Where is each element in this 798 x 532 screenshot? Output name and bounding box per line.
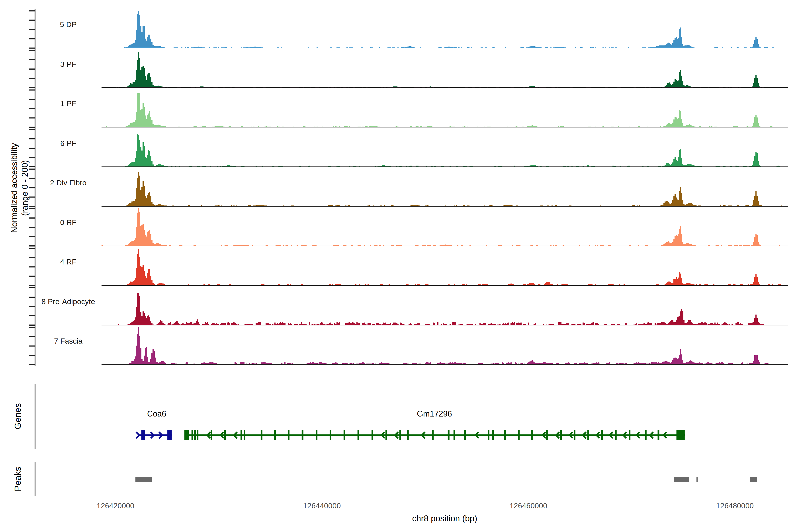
coverage-area-path <box>101 134 788 167</box>
exon-tick <box>492 430 494 440</box>
x-axis-tick-label: 126440000 <box>303 501 341 510</box>
exon-tick <box>244 430 245 440</box>
peak-region-box <box>697 477 698 482</box>
x-axis-tick-label: 126460000 <box>510 501 547 510</box>
track-baseline <box>101 206 788 207</box>
genes-track <box>101 421 788 450</box>
exon-tick <box>504 430 506 440</box>
coverage-figure: Normalized accessibility (range 0 - 200)… <box>0 0 798 532</box>
exon-tick <box>211 430 212 440</box>
coverage-area-path <box>101 249 788 285</box>
exon-tick <box>454 430 455 440</box>
exon-tick <box>385 430 387 440</box>
coverage-area-path <box>101 293 788 325</box>
exon-tick <box>488 430 490 440</box>
track-label: 2 Div Fibro <box>31 178 106 187</box>
coverage-area <box>101 327 788 364</box>
exon-tick <box>288 430 289 440</box>
coverage-area-path <box>101 172 788 206</box>
track-baseline <box>101 364 788 365</box>
gene-Coa6 <box>136 430 172 440</box>
track-label: 4 RF <box>31 258 106 266</box>
gene-name-label: Coa6 <box>147 409 166 418</box>
exon-tick <box>407 430 409 440</box>
coverage-area <box>101 287 788 325</box>
track-baseline <box>101 87 788 88</box>
track-baseline <box>101 246 788 246</box>
exon-tick <box>629 430 630 440</box>
exon-tick <box>274 430 276 440</box>
exon-tick <box>432 430 434 440</box>
gene-name-label: Gm17296 <box>417 409 452 418</box>
coverage-area-path <box>101 327 788 364</box>
exon-tick <box>241 430 242 440</box>
exon-tick <box>531 430 533 440</box>
exon-tick <box>658 430 660 440</box>
coverage-area-path <box>101 93 788 127</box>
exon-tick <box>587 430 589 440</box>
exon-tick <box>302 430 303 440</box>
exon-tick <box>645 430 647 440</box>
track-baseline <box>101 285 788 286</box>
coverage-area <box>101 248 788 285</box>
exon-tick <box>372 430 373 440</box>
coverage-area <box>101 169 788 206</box>
exon-tick <box>560 430 562 440</box>
peak-region-box <box>673 477 689 482</box>
exon-tick <box>224 430 226 440</box>
peak-region-box <box>135 477 152 482</box>
coverage-area <box>101 129 788 167</box>
track-label: 5 DP <box>31 20 106 29</box>
track-label: 3 PF <box>31 60 106 69</box>
exon-tick <box>197 430 198 440</box>
track-label: 7 Fascia <box>31 337 106 345</box>
coverage-area <box>101 208 788 246</box>
exon-tick <box>399 430 401 440</box>
x-axis-tick-label: 126420000 <box>97 501 134 510</box>
track-label: 6 PF <box>31 139 106 148</box>
exon-tick <box>615 430 617 440</box>
exon-tick <box>464 430 466 440</box>
exon-box <box>185 430 189 440</box>
gene-Gm17296 <box>185 430 685 440</box>
track-label: 0 RF <box>31 218 106 227</box>
exon-tick <box>261 430 263 440</box>
exon-tick <box>344 430 345 440</box>
peak-region-box <box>750 477 757 482</box>
strand-arrow-icon <box>136 432 139 438</box>
exon-box <box>167 430 172 440</box>
track-baseline <box>101 167 788 167</box>
coverage-area-path <box>101 208 788 246</box>
exon-tick <box>358 430 359 440</box>
exon-tick <box>316 430 318 440</box>
exon-box <box>677 430 685 440</box>
track-baseline <box>101 48 788 48</box>
exon-tick <box>518 430 519 440</box>
track-baseline <box>101 127 788 128</box>
exon-box <box>141 430 145 440</box>
coverage-area <box>101 90 788 127</box>
track-label: 8 Pre-Adipocyte <box>31 297 106 306</box>
x-axis-title: chr8 position (bp) <box>412 514 477 524</box>
exon-tick <box>330 430 331 440</box>
coverage-area <box>101 50 788 87</box>
exon-tick <box>546 430 548 440</box>
coverage-area <box>101 11 788 48</box>
exon-tick <box>574 430 575 440</box>
x-axis-tick-label: 126480000 <box>716 501 754 510</box>
exon-tick <box>448 430 450 440</box>
track-label: 1 PF <box>31 99 106 108</box>
coverage-area-path <box>101 52 788 87</box>
exon-tick <box>191 430 193 440</box>
coverage-area-path <box>101 11 788 48</box>
exon-tick <box>601 430 603 440</box>
track-baseline <box>101 325 788 325</box>
exon-tick <box>194 430 196 440</box>
